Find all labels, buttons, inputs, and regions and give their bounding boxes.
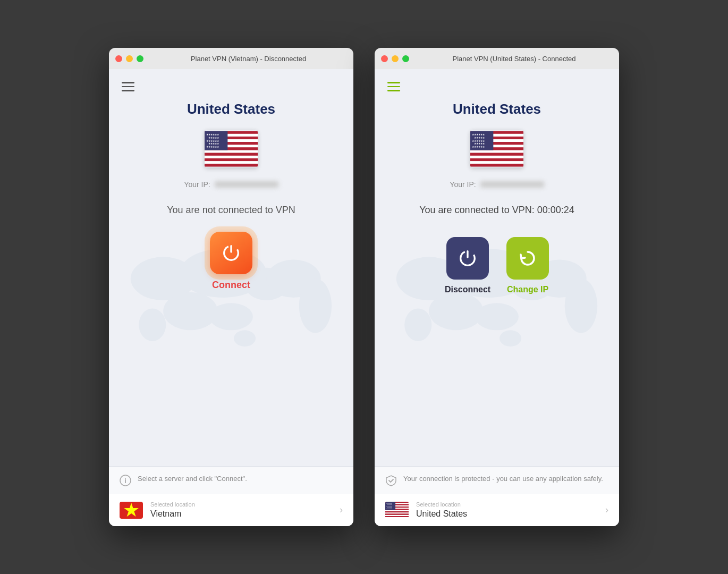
svg-rect-50 bbox=[470, 156, 523, 158]
svg-rect-70 bbox=[385, 511, 409, 512]
svg-text:★★★★★★: ★★★★★★ bbox=[472, 145, 485, 148]
chevron-right: › bbox=[605, 504, 608, 516]
power-icon-right bbox=[458, 248, 478, 268]
status-text-left: You are not connected to VPN bbox=[167, 205, 295, 216]
svg-rect-49 bbox=[470, 153, 523, 156]
us-flag-left: ★★★★★★ ★★★★★ ★★★★★★ ★★★★★ ★★★★★★ bbox=[205, 130, 258, 167]
bottom-section-left: i Select a server and click "Connect". ★… bbox=[109, 466, 353, 526]
location-flag-small-left: ★ bbox=[120, 502, 143, 519]
action-buttons: Disconnect Change IP bbox=[445, 237, 549, 294]
main-content-right: United States bbox=[375, 69, 619, 466]
ip-label-right: Your IP: bbox=[450, 180, 476, 189]
menu-bar-g-2 bbox=[387, 86, 400, 88]
svg-rect-18 bbox=[205, 156, 258, 158]
location-name-left: Vietnam bbox=[150, 509, 332, 519]
minimize-button-left[interactable] bbox=[126, 55, 133, 62]
change-ip-label: Change IP bbox=[507, 285, 548, 294]
svg-rect-16 bbox=[205, 150, 258, 153]
svg-rect-74 bbox=[385, 516, 409, 517]
title-bar-right: Planet VPN (United States) - Connected bbox=[375, 48, 619, 69]
menu-bar-1 bbox=[122, 82, 134, 83]
svg-rect-21 bbox=[205, 164, 258, 166]
change-ip-button[interactable] bbox=[506, 237, 549, 280]
close-button-right[interactable] bbox=[381, 55, 388, 62]
window-title-left: Planet VPN (Vietnam) - Disconnected bbox=[150, 55, 347, 63]
menu-bar-g-3 bbox=[387, 90, 400, 91]
svg-text:★★★★★★: ★★★★★★ bbox=[206, 145, 219, 148]
menu-icon-left[interactable] bbox=[120, 80, 137, 94]
ip-label-left: Your IP: bbox=[184, 180, 210, 189]
country-name-right: United States bbox=[453, 101, 541, 117]
menu-bar-2 bbox=[122, 86, 134, 88]
ip-value-left bbox=[215, 181, 278, 188]
svg-rect-52 bbox=[470, 161, 523, 164]
info-icon-left: i bbox=[120, 475, 131, 486]
connect-button[interactable] bbox=[210, 232, 252, 274]
disconnect-button[interactable] bbox=[446, 237, 489, 280]
main-content-left: United States bbox=[109, 69, 353, 466]
menu-bar-3 bbox=[122, 90, 134, 91]
svg-rect-51 bbox=[470, 158, 523, 161]
flag-container-left: ★★★★★★ ★★★★★ ★★★★★★ ★★★★★ ★★★★★★ bbox=[205, 130, 258, 167]
us-flag-location: ★★★★★★ ★★★★★ ★★★★★★ ★★★★★ ★★★★★★ bbox=[385, 502, 409, 517]
close-button-left[interactable] bbox=[115, 55, 122, 62]
location-info-left: Selected location Vietnam bbox=[150, 501, 332, 519]
app-body-left: United States bbox=[109, 69, 353, 526]
status-text-right: You are connected to VPN: 00:00:24 bbox=[419, 205, 574, 216]
vietnam-flag: ★ bbox=[120, 502, 143, 519]
left-window: Planet VPN (Vietnam) - Disconnected Unit… bbox=[109, 48, 353, 526]
location-info-right: Selected location United States bbox=[416, 501, 598, 519]
us-flag-right: ★★★★★★ ★★★★★ ★★★★★★ ★★★★★ ★★★★★★ bbox=[470, 130, 523, 167]
window-title-right: Planet VPN (United States) - Connected bbox=[416, 55, 613, 63]
location-bar-right[interactable]: ★★★★★★ ★★★★★ ★★★★★★ ★★★★★ ★★★★★★ Selecte… bbox=[375, 494, 619, 526]
svg-rect-69 bbox=[385, 510, 409, 511]
ip-row-right: Your IP: bbox=[450, 180, 544, 189]
menu-bar-g-1 bbox=[387, 82, 400, 83]
shield-icon-right bbox=[385, 475, 397, 486]
svg-rect-20 bbox=[205, 161, 258, 164]
svg-rect-17 bbox=[205, 153, 258, 156]
ip-value-right bbox=[480, 181, 544, 188]
change-ip-group: Change IP bbox=[506, 237, 549, 294]
refresh-icon bbox=[517, 248, 538, 269]
svg-rect-71 bbox=[385, 512, 409, 513]
disconnect-group: Disconnect bbox=[445, 237, 490, 294]
info-bar-left: i Select a server and click "Connect". bbox=[109, 466, 353, 494]
connect-label: Connect bbox=[212, 280, 250, 291]
location-flag-small-right: ★★★★★★ ★★★★★ ★★★★★★ ★★★★★ ★★★★★★ bbox=[385, 502, 409, 519]
connect-btn-wrapper: Connect bbox=[210, 232, 252, 291]
vn-star: ★ bbox=[123, 502, 140, 519]
svg-text:i: i bbox=[124, 477, 126, 485]
chevron-left: › bbox=[340, 504, 343, 516]
location-name-right: United States bbox=[416, 509, 598, 519]
traffic-lights-right bbox=[381, 55, 409, 62]
svg-rect-53 bbox=[470, 164, 523, 166]
svg-rect-73 bbox=[385, 514, 409, 516]
info-text-left: Select a server and click "Connect". bbox=[138, 474, 247, 484]
app-body-right: United States bbox=[375, 69, 619, 526]
svg-rect-19 bbox=[205, 158, 258, 161]
maximize-button-right[interactable] bbox=[402, 55, 409, 62]
minimize-button-right[interactable] bbox=[392, 55, 399, 62]
svg-rect-72 bbox=[385, 513, 409, 514]
bottom-section-right: Your connection is protected - you can u… bbox=[375, 466, 619, 526]
info-text-right: Your connection is protected - you can u… bbox=[403, 474, 603, 484]
ip-row-left: Your IP: bbox=[184, 180, 278, 189]
info-bar-right: Your connection is protected - you can u… bbox=[375, 466, 619, 494]
traffic-lights-left bbox=[115, 55, 143, 62]
disconnect-label: Disconnect bbox=[445, 285, 490, 294]
power-icon-left bbox=[221, 243, 241, 263]
location-bar-left[interactable]: ★ Selected location Vietnam › bbox=[109, 494, 353, 526]
country-name-left: United States bbox=[187, 101, 275, 117]
maximize-button-left[interactable] bbox=[137, 55, 143, 62]
location-label-right: Selected location bbox=[416, 501, 598, 508]
svg-rect-48 bbox=[470, 150, 523, 153]
title-bar-left: Planet VPN (Vietnam) - Disconnected bbox=[109, 48, 353, 69]
flag-container-right: ★★★★★★ ★★★★★ ★★★★★★ ★★★★★ ★★★★★★ bbox=[470, 130, 523, 167]
right-window: Planet VPN (United States) - Connected U… bbox=[375, 48, 619, 526]
menu-icon-right[interactable] bbox=[385, 80, 402, 94]
location-label-left: Selected location bbox=[150, 501, 332, 508]
